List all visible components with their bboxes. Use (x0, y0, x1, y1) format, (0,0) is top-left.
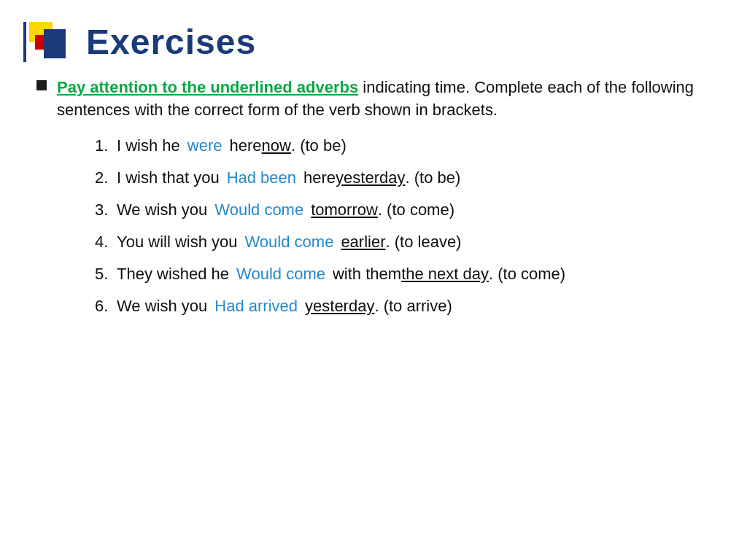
exercise-row-3: 3. We wish you Would come tomorrow. (to … (95, 201, 711, 219)
page-header: Exercises (0, 0, 747, 69)
exercise-row-6: 6. We wish you Had arrived yesterday. (t… (95, 297, 711, 316)
exercise-row-2: 2. I wish that you Had been here yesterd… (95, 168, 711, 187)
exercise-after-2: here (303, 168, 336, 187)
exercise-answer-2: Had been (227, 168, 296, 187)
exercise-answer-4: Would come (245, 233, 334, 252)
exercise-hint-3: . (to come) (378, 201, 454, 219)
exercise-after-5: with them (333, 265, 401, 284)
exercise-adverb-1: now (262, 136, 291, 155)
exercise-number-4: 4. (95, 233, 117, 252)
logo (29, 22, 73, 62)
exercise-adverb-5: the next day (401, 265, 489, 284)
exercise-after-1: here (230, 136, 262, 155)
exercise-number-6: 6. (95, 297, 117, 316)
exercise-adverb-4: earlier (341, 233, 385, 252)
exercise-hint-1: . (to be) (291, 136, 347, 155)
instruction-highlight: Pay attention to the underlined adverbs (57, 78, 358, 96)
exercise-before-1: I wish he (117, 136, 180, 155)
logo-line (23, 22, 26, 62)
exercise-hint-2: . (to be) (406, 168, 461, 187)
exercise-row-4: 4. You will wish you Would come earlier.… (95, 233, 711, 252)
exercise-number-2: 2. (95, 168, 117, 187)
exercise-answer-5: Would come (236, 265, 325, 284)
exercise-adverb-3: tomorrow (311, 201, 378, 219)
exercise-answer-6: Had arrived (214, 297, 298, 316)
exercise-hint-6: . (to arrive) (374, 297, 452, 316)
exercises-list: 1. I wish he were here now. (to be)2. I … (36, 136, 711, 316)
instruction-text: Pay attention to the underlined adverbs … (57, 77, 711, 122)
exercise-number-3: 3. (95, 201, 117, 219)
exercise-number-5: 5. (95, 265, 117, 284)
exercise-answer-1: were (187, 136, 222, 155)
exercise-hint-5: . (to come) (489, 265, 565, 284)
exercise-before-4: You will wish you (117, 233, 238, 252)
exercise-number-1: 1. (95, 136, 117, 155)
exercise-before-6: We wish you (117, 297, 207, 316)
exercise-before-2: I wish that you (117, 168, 220, 187)
exercise-answer-3: Would come (214, 201, 303, 219)
page-title: Exercises (86, 22, 256, 62)
exercise-row-1: 1. I wish he were here now. (to be) (95, 136, 711, 155)
exercise-before-3: We wish you (117, 201, 207, 219)
bullet-icon (36, 80, 47, 90)
main-content: Pay attention to the underlined adverbs … (0, 69, 747, 336)
exercise-adverb-2: yesterday (336, 168, 405, 187)
instruction-item: Pay attention to the underlined adverbs … (36, 77, 711, 122)
exercise-before-5: They wished he (117, 265, 229, 284)
logo-square-blue (44, 29, 66, 58)
exercise-hint-4: . (to leave) (386, 233, 462, 252)
exercise-row-5: 5. They wished he Would come with them t… (95, 265, 711, 284)
exercise-adverb-6: yesterday (305, 297, 374, 316)
